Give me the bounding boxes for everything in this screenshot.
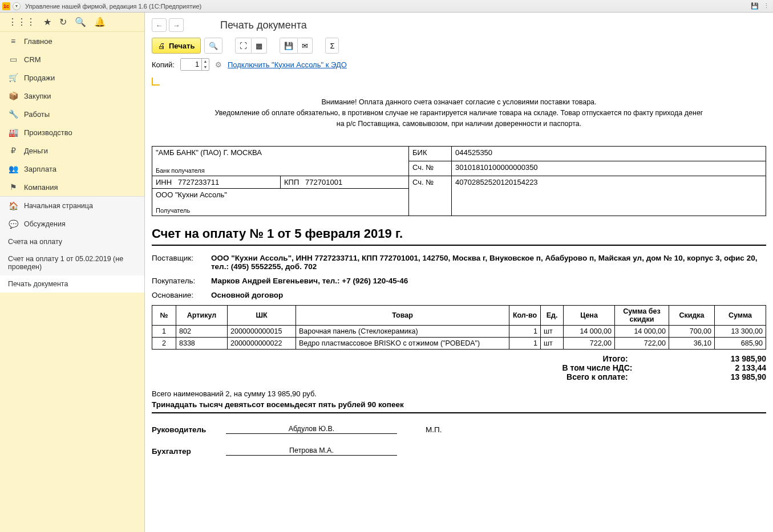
- total-itogo-label: Итого:: [514, 354, 628, 363]
- acc-name: Петрова М.А.: [226, 446, 397, 456]
- toolbar: 🖨 Печать 🔍 ⛶ ▦ 💾 ✉ Σ: [145, 35, 773, 58]
- buyer-value: Марков Андрей Евгеньевич, тел.: +7 (926)…: [211, 277, 766, 285]
- more-icon[interactable]: ⋮: [762, 2, 771, 11]
- printer-icon: 🖨: [158, 42, 165, 50]
- summary-words: Тринадцать тысяч девятьсот восемьдесят п…: [152, 400, 766, 409]
- main-content: ← → Печать документа 🖨 Печать 🔍 ⛶ ▦ 💾 ✉ …: [145, 13, 773, 532]
- sidebar-item[interactable]: 💬Обсуждения: [0, 215, 144, 233]
- head-name: Абдулов Ю.В.: [226, 425, 397, 434]
- basis-label: Основание:: [152, 291, 211, 299]
- col-barcode: ШК: [228, 306, 296, 326]
- preview-button[interactable]: 🔍: [204, 38, 222, 54]
- notice-line: Уведомление об оплате обязательно, в про…: [180, 108, 739, 119]
- sidebar-item-label: Главное: [24, 37, 52, 46]
- bank-details-table: "АМБ БАНК" (ПАО) Г. МОСКВА Банк получате…: [152, 146, 766, 216]
- sidebar-item[interactable]: ▭CRM: [0, 50, 144, 68]
- sidebar-item-label: Начальная страница: [24, 202, 93, 210]
- sidebar-item[interactable]: Счета на оплату: [0, 233, 144, 250]
- sidebar-item[interactable]: 🛒Продажи: [0, 68, 144, 87]
- history-icon[interactable]: ↻: [59, 17, 67, 27]
- settings-icon[interactable]: ⚙: [215, 60, 222, 69]
- sidebar-item-label: CRM: [24, 55, 41, 64]
- fit-button[interactable]: ⛶: [235, 38, 252, 54]
- notice-line: Внимание! Оплата данного счета означает …: [180, 97, 739, 108]
- app-logo-icon: 1c: [2, 2, 10, 10]
- title-bar: 1c ▾ Управление нашей фирмой, редакция 1…: [0, 0, 773, 13]
- summary-line: Всего наименований 2, на сумму 13 985,90…: [152, 389, 766, 398]
- signature-acc-row: Бухгалтер Петрова М.А.: [152, 446, 766, 456]
- sum-button[interactable]: Σ: [325, 38, 339, 54]
- org-name: ООО "Кухни Ассоль": [156, 190, 405, 199]
- sidebar-item[interactable]: 📦Закупки: [0, 87, 144, 105]
- sidebar: ⋮⋮⋮ ★ ↻ 🔍 🔔 ≡Главное▭CRM🛒Продажи📦Закупки…: [0, 13, 145, 532]
- sidebar-item[interactable]: Печать документа: [0, 275, 144, 293]
- edo-link[interactable]: Подключить "Кухни Ассоль" к ЭДО: [228, 60, 347, 69]
- items-table: № Артикул ШК Товар Кол-во Ед. Цена Сумма…: [152, 305, 766, 350]
- window-title: Управление нашей фирмой, редакция 1.6 (1…: [25, 3, 201, 10]
- layout-button[interactable]: ▦: [252, 38, 267, 54]
- buyer-label: Покупатель:: [152, 277, 211, 285]
- apps-icon[interactable]: ⋮⋮⋮: [8, 17, 35, 27]
- col-sum-nodisc: Сумма без скидки: [615, 306, 669, 326]
- total-itogo: 13 985,90: [731, 354, 766, 363]
- basis-value: Основной договор: [211, 291, 766, 299]
- sidebar-item-icon: 💬: [8, 220, 18, 229]
- copies-input[interactable]: [181, 59, 201, 70]
- bik-value: 044525350: [452, 147, 766, 161]
- sidebar-item-icon: ≡: [8, 36, 18, 46]
- col-unit: Ед.: [541, 306, 564, 326]
- sidebar-item[interactable]: ⚑Компания: [0, 178, 144, 196]
- sidebar-item-icon: 🏭: [8, 128, 18, 137]
- sidebar-item[interactable]: 👥Зарплата: [0, 160, 144, 178]
- sidebar-item-label: Обсуждения: [24, 220, 66, 228]
- document-title: Счет на оплату № 1 от 5 февраля 2019 г.: [152, 226, 766, 241]
- sidebar-item[interactable]: Счет на оплату 1 от 05.02.2019 (не прове…: [0, 250, 144, 275]
- doc-corner-marker: [152, 78, 160, 86]
- head-role: Руководитель: [152, 425, 226, 434]
- table-row: 18022000000000015Варочная панель (Стекло…: [152, 326, 766, 338]
- search-icon[interactable]: 🔍: [75, 17, 86, 27]
- bank-name: "АМБ БАНК" (ПАО) Г. МОСКВА: [156, 148, 405, 157]
- sidebar-item[interactable]: 🏠Начальная страница: [0, 197, 144, 215]
- copies-spinner[interactable]: ▲▼: [180, 58, 209, 71]
- recipient-label: Получатель: [156, 207, 405, 214]
- sidebar-item-label: Счета на оплату: [8, 238, 62, 246]
- sidebar-item-icon: ₽: [8, 146, 18, 155]
- sidebar-item[interactable]: ≡Главное: [0, 32, 144, 50]
- fit-icon: ⛶: [240, 42, 247, 50]
- sidebar-item-label: Производство: [24, 128, 72, 137]
- star-icon[interactable]: ★: [43, 17, 51, 27]
- sidebar-item-label: Закупки: [24, 92, 51, 100]
- print-button[interactable]: 🖨 Печать: [152, 38, 201, 54]
- col-sum: Сумма: [715, 306, 766, 326]
- inn-label: ИНН: [156, 178, 172, 186]
- totals-block: Итого:13 985,90 В том числе НДС:2 133,44…: [152, 354, 766, 381]
- nav-forward-button[interactable]: →: [169, 18, 184, 32]
- sidebar-item[interactable]: ₽Деньги: [0, 141, 144, 160]
- col-sku: Артикул: [176, 306, 228, 326]
- notice-block: Внимание! Оплата данного счета означает …: [180, 97, 739, 129]
- col-discount: Скидка: [669, 306, 715, 326]
- sidebar-item[interactable]: 🏭Производство: [0, 123, 144, 141]
- sidebar-item-label: Продажи: [24, 74, 55, 82]
- email-button[interactable]: ✉: [298, 38, 313, 54]
- bik-label: БИК: [409, 147, 452, 161]
- col-num: №: [152, 306, 176, 326]
- sidebar-item-icon: 📦: [8, 91, 18, 100]
- nav-back-button[interactable]: ←: [152, 18, 167, 32]
- sidebar-item[interactable]: 🔧Работы: [0, 105, 144, 123]
- bell-icon[interactable]: 🔔: [94, 17, 106, 27]
- save-button[interactable]: 💾: [280, 38, 298, 54]
- sidebar-item-label: Печать документа: [8, 280, 68, 288]
- app-menu-dropdown-icon[interactable]: ▾: [13, 2, 21, 10]
- copies-label: Копий:: [152, 60, 175, 69]
- spinner-up-icon[interactable]: ▲: [202, 59, 209, 64]
- spinner-down-icon[interactable]: ▼: [202, 64, 209, 70]
- save-icon[interactable]: 💾: [750, 2, 759, 11]
- acc-role: Бухгалтер: [152, 447, 226, 456]
- kpp-label: КПП: [284, 178, 299, 186]
- total-pay-label: Всего к оплате:: [514, 372, 628, 381]
- sidebar-item-icon: 🛒: [8, 73, 18, 82]
- sidebar-item-icon: 🏠: [8, 201, 18, 210]
- col-qty: Кол-во: [509, 306, 541, 326]
